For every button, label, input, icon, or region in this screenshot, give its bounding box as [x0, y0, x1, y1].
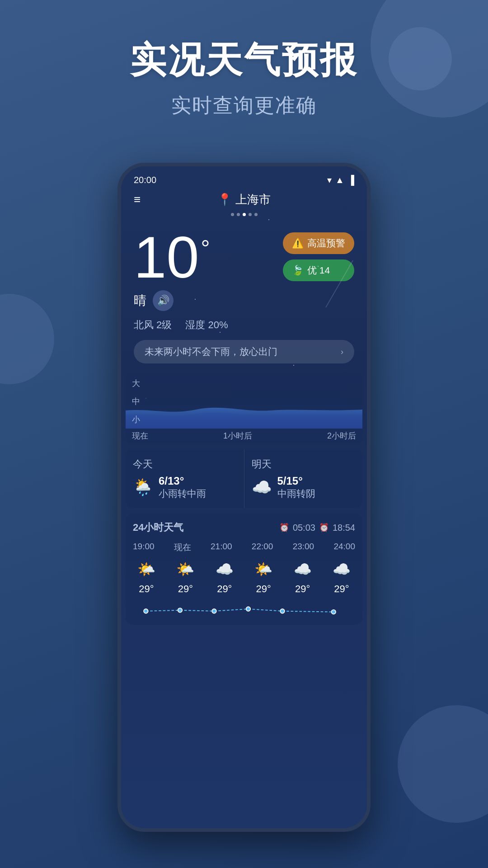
temp-left: 10° 晴 🔊 [134, 228, 210, 311]
hour-temp-3: 29° [211, 583, 238, 595]
weather-description: 晴 🔊 [134, 290, 210, 311]
battery-icon: ▐ [348, 175, 354, 185]
svg-point-4 [280, 609, 284, 613]
rain-forecast-bar[interactable]: 未来两小时不会下雨，放心出门 › [134, 340, 354, 363]
hourly-section: 24小时天气 ⏰ 05:03 ⏰ 18:54 19:00 现在 21:00 22… [126, 514, 362, 625]
hourly-times-row: 19:00 现在 21:00 22:00 23:00 24:00 [133, 542, 355, 553]
bg-decoration-4 [398, 705, 488, 823]
weather-text: 晴 [134, 292, 146, 309]
tomorrow-temp: 5/15° [277, 475, 315, 487]
menu-icon[interactable]: ≡ [134, 193, 141, 207]
city-name-display: 📍 上海市 [217, 192, 271, 208]
leaf-icon: 🍃 [292, 265, 304, 276]
humidity-info: 湿度 20% [185, 318, 228, 332]
high-temp-label: 高温预警 [307, 237, 345, 250]
hour-icon-4: 🌤️ [250, 561, 277, 578]
sun-times: ⏰ 05:03 ⏰ 18:54 [279, 523, 355, 533]
status-icons: ▾ ▲ ▐ [327, 175, 354, 185]
tomorrow-row: ☁️ 5/15° 中雨转阴 [252, 475, 356, 500]
today-label: 今天 [133, 458, 237, 471]
temp-trend-line [137, 602, 351, 616]
hour-time-6: 24:00 [333, 542, 355, 553]
svg-point-5 [332, 610, 336, 614]
hour-time-4: 22:00 [252, 542, 273, 553]
degree-symbol: ° [201, 237, 210, 259]
air-quality-badge[interactable]: 🍃 优 14 [283, 259, 354, 281]
chart-label-high: 大 [132, 378, 140, 389]
main-title: 实况天气预报 [0, 36, 488, 85]
hour-temp-1: 29° [133, 583, 160, 595]
hour-icon-5: ☁️ [289, 561, 316, 578]
rain-forecast-text: 未来两小时不会下雨，放心出门 [145, 345, 277, 358]
high-temp-badge[interactable]: ⚠️ 高温预警 [283, 232, 354, 254]
page-dot-2[interactable] [237, 213, 240, 216]
header-area: 实况天气预报 实时查询更准确 [0, 36, 488, 119]
bg-decoration-3 [0, 294, 54, 384]
hour-time-2: 现在 [174, 542, 191, 553]
svg-point-3 [246, 607, 250, 611]
sunrise-icon: ⏰ [279, 523, 289, 533]
hourly-icons-row: 🌤️ 🌤️ ☁️ 🌤️ ☁️ ☁️ [133, 561, 355, 578]
chart-x-labels: 现在 1小时后 2小时后 [132, 430, 356, 441]
today-temp: 6/13° [159, 475, 206, 487]
chart-time-1h: 1小时后 [223, 430, 252, 441]
page-dot-4[interactable] [249, 213, 252, 216]
wifi-icon: ▾ [327, 175, 332, 185]
hour-time-5: 23:00 [293, 542, 314, 553]
temp-value: 10 [134, 228, 199, 287]
sound-button[interactable]: 🔊 [153, 290, 174, 311]
sound-icon: 🔊 [157, 295, 169, 307]
warning-icon: ⚠️ [292, 238, 304, 249]
wind-info: 北风 2级 [134, 318, 172, 332]
hour-icon-6: ☁️ [328, 561, 355, 578]
city-label: 上海市 [235, 192, 271, 208]
phone-screen: 20:00 ▾ ▲ ▐ ≡ 📍 上海市 [121, 166, 367, 828]
temp-right: ⚠️ 高温预警 🍃 优 14 [283, 232, 354, 281]
hour-temp-4: 29° [250, 583, 277, 595]
chart-y-labels: 大 中 小 [132, 378, 140, 425]
hour-icon-3: ☁️ [211, 561, 238, 578]
sunset-icon: ⏰ [319, 523, 329, 533]
status-time: 20:00 [134, 175, 156, 185]
daily-forecast-section: 今天 🌦️ 6/13° 小雨转中雨 明天 ☁️ 5/15° 中雨转阴 [126, 449, 362, 508]
today-forecast: 今天 🌦️ 6/13° 小雨转中雨 [126, 449, 244, 508]
svg-point-0 [144, 609, 148, 613]
precipitation-chart: 大 中 小 现在 1小 [126, 372, 362, 444]
temperature-display: 10° [134, 228, 210, 287]
hour-time-3: 21:00 [211, 542, 232, 553]
today-icon: 🌦️ [133, 478, 153, 497]
tomorrow-forecast: 明天 ☁️ 5/15° 中雨转阴 [244, 449, 363, 508]
hourly-title: 24小时天气 [133, 521, 183, 534]
sunrise-time: 05:03 [293, 523, 315, 533]
chart-label-low: 小 [132, 414, 140, 425]
signal-icon: ▲ [335, 175, 344, 185]
page-dot-3[interactable] [243, 213, 246, 216]
svg-point-1 [178, 608, 182, 612]
hourly-header: 24小时天气 ⏰ 05:03 ⏰ 18:54 [133, 521, 355, 534]
chart-time-2h: 2小时后 [327, 430, 356, 441]
hourly-temps-row: 29° 29° 29° 29° 29° 29° [133, 583, 355, 595]
rain-forecast-arrow: › [341, 347, 343, 357]
phone-mockup: 20:00 ▾ ▲ ▐ ≡ 📍 上海市 [117, 163, 371, 832]
sub-title: 实时查询更准确 [0, 92, 488, 119]
chart-svg-area [126, 392, 362, 430]
location-icon: 📍 [217, 193, 232, 207]
weather-meta: 北风 2级 湿度 20% [121, 316, 367, 335]
svg-point-2 [212, 609, 216, 613]
status-bar: 20:00 ▾ ▲ ▐ [121, 166, 367, 189]
nav-bar[interactable]: ≡ 📍 上海市 [121, 189, 367, 213]
hour-icon-1: 🌤️ [133, 561, 160, 578]
page-dot-5[interactable] [254, 213, 258, 216]
air-quality-label: 优 14 [307, 264, 330, 277]
hour-temp-2: 29° [172, 583, 199, 595]
hour-temp-5: 29° [289, 583, 316, 595]
chart-label-mid: 中 [132, 396, 140, 407]
hour-icon-2: 🌤️ [172, 561, 199, 578]
today-row: 🌦️ 6/13° 小雨转中雨 [133, 475, 237, 500]
today-desc: 小雨转中雨 [159, 487, 206, 500]
chart-time-now: 现在 [132, 430, 148, 441]
tomorrow-icon: ☁️ [252, 478, 272, 497]
temperature-section: 10° 晴 🔊 ⚠️ 高温预警 🍃 优 14 [121, 219, 367, 316]
page-dot-1[interactable] [231, 213, 234, 216]
hour-time-1: 19:00 [133, 542, 155, 553]
